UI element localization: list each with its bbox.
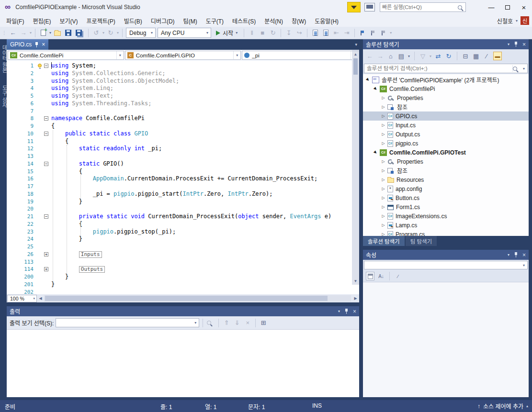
- add-to-source-control[interactable]: ↑ 소스 제어에 추가 ▴: [477, 400, 528, 412]
- toggle-bookmark-icon[interactable]: [358, 28, 367, 38]
- categorized-icon[interactable]: [366, 272, 374, 280]
- collapse-all-icon[interactable]: ⊟: [462, 51, 469, 61]
- properties-object-combo[interactable]: ▾: [364, 261, 528, 269]
- tree-item-app.config[interactable]: ▷app.config: [363, 184, 529, 193]
- code-line-24[interactable]: 24 }: [7, 235, 359, 243]
- solution-search-input[interactable]: [364, 66, 512, 71]
- close-icon[interactable]: ×: [522, 252, 526, 258]
- undo-icon[interactable]: ↺: [92, 28, 101, 38]
- tab-team-explorer[interactable]: 팀 탐색기: [406, 236, 437, 246]
- home-icon[interactable]: ⌂: [387, 51, 395, 61]
- search-icon[interactable]: [513, 67, 517, 71]
- lightbulb-icon[interactable]: [38, 64, 42, 67]
- tree-item-Form1.cs[interactable]: ▷Form1.cs: [363, 202, 529, 212]
- menu-테스트(S)[interactable]: 테스트(S): [228, 15, 260, 27]
- toolbar-overflow-icon[interactable]: ▾: [390, 31, 392, 35]
- expander-icon[interactable]: ▷: [380, 196, 386, 200]
- tree-item-Properties[interactable]: ▷Properties: [363, 157, 529, 166]
- menu-도움말(H)[interactable]: 도움말(H): [310, 15, 343, 27]
- solution-platform-combo[interactable]: Any CPU ▾: [158, 28, 211, 38]
- zoom-combo[interactable]: 100 % ▾: [7, 295, 37, 302]
- next-bookmark-icon[interactable]: [379, 28, 388, 38]
- pin-icon[interactable]: [514, 252, 518, 257]
- collapse-region-icon[interactable]: −: [44, 132, 48, 136]
- project-dropdown[interactable]: C# Comfile.ComfilePi ▾: [8, 51, 124, 60]
- properties-header[interactable]: 속성 ▾ ×: [363, 250, 529, 260]
- expander-icon[interactable]: ▷: [380, 105, 386, 109]
- expander-icon[interactable]: ▷: [380, 214, 386, 218]
- find-message-icon[interactable]: [206, 318, 215, 328]
- code-line-1[interactable]: 1−using System;: [7, 62, 359, 70]
- minimize-button[interactable]: —: [483, 1, 499, 13]
- preview-selected-items-icon[interactable]: ▬: [493, 52, 502, 60]
- tree-item-솔루션 'ComfilePiGPIOExample' (2개 프로젝트)[interactable]: ▶솔루션 'ComfilePiGPIOExample' (2개 프로젝트): [363, 75, 529, 84]
- expander-icon[interactable]: ▷: [380, 168, 386, 173]
- type-dropdown[interactable]: C Comfile.ComfilePi.GPIO ▾: [125, 51, 241, 60]
- chevron-down-icon[interactable]: ▾: [521, 263, 527, 267]
- code-line-200[interactable]: 200 }: [7, 273, 359, 281]
- expander-icon[interactable]: ▷: [380, 123, 386, 127]
- solution-explorer-header[interactable]: 솔루션 탐색기 ▾ ×: [363, 39, 529, 49]
- menu-편집(E)[interactable]: 편집(E): [28, 15, 55, 27]
- menu-빌드(B)[interactable]: 빌드(B): [120, 15, 147, 27]
- restart-icon[interactable]: ↻: [269, 28, 277, 38]
- scrollbar-thumb[interactable]: [45, 296, 328, 301]
- expand-region-icon[interactable]: +: [44, 252, 48, 256]
- comment-lines-icon[interactable]: [311, 28, 319, 38]
- expander-icon[interactable]: ▶: [372, 85, 380, 93]
- code-line-17[interactable]: 17: [7, 183, 359, 190]
- code-line-4[interactable]: 4using System.Linq;: [7, 85, 359, 92]
- close-icon[interactable]: ×: [522, 41, 526, 48]
- quick-launch-box[interactable]: [380, 2, 466, 12]
- next-message-icon[interactable]: ⇓: [233, 318, 241, 328]
- alphabetical-icon[interactable]: A↓: [377, 272, 385, 280]
- code-line-2[interactable]: 2using System.Collections.Generic;: [7, 70, 359, 78]
- refresh-icon[interactable]: ↻: [445, 51, 453, 61]
- collapse-region-icon[interactable]: −: [44, 116, 48, 121]
- vertical-scrollbar[interactable]: ▲ ▼: [352, 51, 359, 285]
- chevron-down-icon[interactable]: ▾: [148, 31, 155, 35]
- tab-solution-explorer[interactable]: 솔루션 탐색기: [363, 236, 405, 246]
- code-line-20[interactable]: 20: [7, 205, 359, 213]
- tree-item-Program.cs[interactable]: ▷Program.cs: [363, 230, 529, 236]
- avatar[interactable]: 신: [521, 16, 529, 25]
- menu-디버그(D)[interactable]: 디버그(D): [147, 15, 179, 27]
- expander-icon[interactable]: ▷: [380, 223, 386, 227]
- chevron-down-icon[interactable]: ▾: [192, 321, 199, 325]
- se-back-icon[interactable]: ←: [366, 51, 374, 61]
- save-all-icon[interactable]: [74, 28, 85, 38]
- expander-icon[interactable]: ▷: [380, 159, 386, 164]
- se-forward-icon[interactable]: →: [376, 51, 384, 61]
- chevron-down-icon[interactable]: ▾: [33, 297, 36, 301]
- code-line-9[interactable]: 9{: [7, 122, 359, 130]
- expander-icon[interactable]: ▷: [380, 96, 386, 100]
- tree-item-Button.cs[interactable]: ▷Button.cs: [363, 193, 529, 202]
- chevron-down-icon[interactable]: ▾: [30, 31, 32, 35]
- pin-icon[interactable]: [34, 42, 39, 47]
- step-into-icon[interactable]: ↧: [284, 28, 293, 38]
- code-line-26[interactable]: 26+ Inputs: [7, 251, 359, 258]
- properties-content[interactable]: [363, 282, 529, 397]
- output-header[interactable]: 출력 ▾ ×: [7, 306, 359, 316]
- menu-창(W)[interactable]: 창(W): [287, 15, 310, 27]
- chevron-down-icon[interactable]: ▾: [408, 54, 410, 58]
- expander-icon[interactable]: ▷: [380, 114, 386, 118]
- code-line-21[interactable]: 21− private static void CurrentDomain_Pr…: [7, 213, 359, 221]
- navigate-forward-icon[interactable]: →: [19, 28, 28, 38]
- increase-indent-icon[interactable]: ⇥: [342, 28, 351, 38]
- expander-icon[interactable]: ▶: [364, 76, 372, 84]
- tree-item-GPIO.cs[interactable]: ▷GPIO.cs: [363, 111, 529, 121]
- filter-icon[interactable]: [347, 2, 361, 12]
- expander-icon[interactable]: ▷: [380, 178, 386, 182]
- close-button[interactable]: ×: [516, 1, 532, 13]
- stop-debugging-icon[interactable]: ■: [258, 28, 267, 38]
- tree-item-pigpio.cs[interactable]: ▷pigpio.cs: [363, 139, 529, 148]
- close-icon[interactable]: ×: [353, 308, 356, 315]
- scrollbar-thumb[interactable]: [353, 58, 358, 75]
- expander-icon[interactable]: ▷: [380, 232, 386, 236]
- code-line-19[interactable]: 19 }: [7, 198, 359, 206]
- maximize-button[interactable]: [499, 1, 516, 13]
- code-line-16[interactable]: 16 AppDomain.CurrentDomain.ProcessExit +…: [7, 175, 359, 183]
- chevron-down-icon[interactable]: ▾: [204, 31, 211, 35]
- code-line-113[interactable]: 113: [7, 258, 359, 266]
